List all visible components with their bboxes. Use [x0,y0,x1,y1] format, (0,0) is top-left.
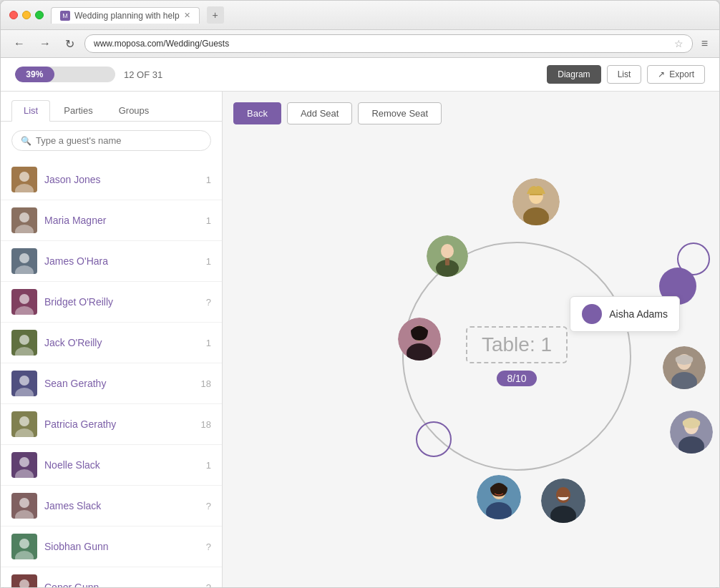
guest-item[interactable]: James Slack? [1,486,222,526]
browser-toolbar: ← → ↻ www.moposa.com/Wedding/Guests ☆ ≡ [1,30,719,58]
seat-3-avatar [398,318,441,361]
guest-item[interactable]: Conor Gunn? [1,567,222,587]
remove-seat-button[interactable]: Remove Seat [358,102,442,124]
tab-title: Wedding planning with help [74,11,180,21]
svg-point-4 [19,212,29,222]
table-name-container: Table: 1 [466,326,568,363]
tab-list[interactable]: List [11,100,50,122]
guest-name: James O'Hara [44,255,199,267]
guest-item[interactable]: James O'Hara1 [1,241,222,282]
progress-label: 39% [26,69,43,79]
guest-count: 1 [206,338,211,348]
seat-1[interactable] [512,178,560,225]
search-input[interactable] [36,135,202,146]
guest-item[interactable]: Patricia Gerathy18 [1,404,222,445]
app-content: 39% 12 OF 31 Diagram List ↗ Export List [1,58,719,587]
svg-point-53 [556,487,570,503]
tab-groups[interactable]: Groups [107,100,162,121]
guest-item[interactable]: Jason Jones1 [1,160,222,200]
guest-item[interactable]: Noelle Slack1 [1,445,222,486]
progress-bar-container: 39% [15,67,115,82]
guest-avatar [11,248,37,274]
guest-count: ? [206,542,211,552]
guest-name: Noelle Slack [44,459,199,471]
guest-name: Jack O'Reilly [44,337,199,348]
bookmark-btn[interactable]: ☆ [674,38,683,49]
back-button[interactable]: Back [233,102,281,124]
seat-5[interactable] [477,475,521,519]
guest-item[interactable]: Maria Magner1 [1,200,222,241]
guest-item[interactable]: Bridget O'Reilly? [1,282,222,323]
svg-point-22 [19,457,29,467]
svg-point-16 [19,376,29,386]
svg-point-7 [19,253,29,263]
svg-point-25 [19,498,29,508]
seat-7[interactable] [663,346,706,389]
guest-count: ? [206,501,211,511]
seat-2[interactable] [427,235,468,277]
guest-tooltip: Aisha Adams [570,296,680,332]
list-view-btn[interactable]: List [607,65,642,84]
minimize-window-btn[interactable] [22,11,31,19]
guest-name: Siobhan Gunn [44,541,199,552]
guest-count: ? [206,297,211,308]
guest-avatar [11,574,37,587]
seat-1-avatar [512,178,560,225]
maximize-window-btn[interactable] [35,11,44,19]
seat-4-empty[interactable] [416,421,452,457]
guest-count: 1 [206,460,211,471]
guest-item[interactable]: Jack O'Reilly1 [1,323,222,363]
tooltip-name: Aisha Adams [609,308,668,320]
seat-9-empty[interactable] [677,242,710,275]
svg-point-19 [19,416,29,426]
guest-avatar [11,289,37,315]
seat-5-avatar [477,475,521,519]
search-box[interactable]: 🔍 [11,130,211,151]
guest-avatar [11,167,37,192]
guest-count: 1 [206,215,211,226]
browser-frame: M Wedding planning with help ✕ + ← → ↻ w… [0,0,720,588]
seat-8[interactable] [670,411,713,454]
forward-nav-btn[interactable]: → [35,36,55,52]
svg-point-43 [441,244,454,258]
guest-avatar [11,411,37,437]
app-header: 39% 12 OF 31 Diagram List ↗ Export [1,58,719,92]
reload-btn[interactable]: ↻ [61,36,79,52]
guest-name: Conor Gunn [44,582,199,587]
new-tab-btn[interactable]: + [207,6,224,24]
export-btn[interactable]: ↗ Export [647,65,705,84]
guest-name: James Slack [44,500,199,511]
guest-count: 1 [206,175,211,185]
guest-item[interactable]: Sean Gerathy18 [1,363,222,404]
svg-point-1 [19,172,29,182]
url-bar[interactable]: www.moposa.com/Wedding/Guests ☆ [84,34,693,53]
close-window-btn[interactable] [9,11,18,19]
browser-tab[interactable]: M Wedding planning with help ✕ [51,7,200,24]
guest-avatar [11,534,37,559]
svg-point-28 [19,539,29,549]
diagram-view-btn[interactable]: Diagram [547,65,600,84]
export-label: Export [669,69,694,79]
guest-name: Patricia Gerathy [44,418,194,430]
guest-avatar [11,330,37,356]
guest-name: Jason Jones [44,174,199,185]
guest-item[interactable]: Siobhan Gunn? [1,526,222,567]
tab-close-btn[interactable]: ✕ [184,11,190,20]
action-bar: Back Add Seat Remove Seat [233,102,709,124]
seat-2-avatar [427,235,468,277]
back-nav-btn[interactable]: ← [9,36,29,52]
window-controls [9,11,44,19]
tab-parties[interactable]: Parties [52,100,104,121]
svg-point-10 [19,294,29,304]
seat-6[interactable] [541,479,585,523]
svg-point-13 [19,335,29,345]
guest-avatar [11,452,37,478]
main-layout: List Parties Groups 🔍 Jason Jones1 [1,92,719,587]
add-seat-button[interactable]: Add Seat [287,102,353,124]
guest-count: ? [206,582,211,588]
browser-menu-btn[interactable]: ≡ [699,36,711,52]
guest-avatar [11,371,37,396]
seat-3[interactable] [398,318,441,361]
view-controls: Diagram List ↗ Export [547,65,705,84]
guest-count: 18 [201,419,211,430]
